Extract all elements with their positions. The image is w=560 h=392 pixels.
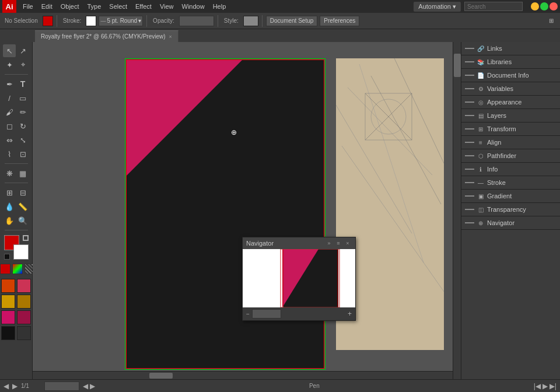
navigator-zoom-input[interactable]: 66.67% [252, 309, 281, 318]
scroll-left-btn[interactable]: ◀ [83, 382, 88, 390]
swatch-gold[interactable] [1, 295, 15, 309]
panel-gradient-header[interactable]: ▣ Gradient [461, 190, 560, 202]
menu-type[interactable]: Type [83, 2, 106, 11]
close-button[interactable] [550, 2, 558, 10]
paintbrush-tool[interactable]: 🖌 [3, 106, 16, 118]
navigator-close-btn[interactable]: × [344, 239, 352, 247]
opacity-input[interactable]: 100% [179, 16, 214, 26]
reflect-tool[interactable]: ⇔ [3, 134, 16, 146]
canvas-area[interactable]: ⊕ Navigator » ≡ × [33, 42, 461, 379]
magic-wand-tool[interactable]: ✦ [3, 58, 16, 71]
menu-help[interactable]: Help [209, 2, 230, 11]
first-frame-btn[interactable]: |◀ [534, 382, 541, 390]
menu-effect[interactable]: Effect [131, 2, 156, 11]
swatch-hot-pink[interactable] [1, 310, 15, 324]
panel-libraries-header[interactable]: 📚 Libraries [461, 55, 560, 68]
stroke-color[interactable] [86, 16, 96, 26]
info-title: Info [487, 166, 556, 173]
swatch-black[interactable] [1, 326, 15, 340]
zoom-out-icon[interactable]: − [246, 311, 250, 317]
preferences-button[interactable]: Preferences [320, 16, 359, 26]
prev-artboard-button[interactable]: ◀ [4, 382, 9, 390]
menu-window[interactable]: Window [178, 2, 209, 11]
panel-info: ℹ Info [461, 163, 560, 176]
swatch-orange[interactable] [1, 279, 15, 293]
tab-close-button[interactable]: × [169, 34, 172, 40]
menu-select[interactable]: Select [105, 2, 131, 11]
hand-tool[interactable]: ✋ [3, 214, 16, 227]
panel-pathfinder-header[interactable]: ⬡ Pathfinder [461, 149, 560, 162]
last-frame-btn[interactable]: ▶| [550, 382, 556, 390]
navigator-preview[interactable] [243, 249, 355, 307]
artboard-label: 1/1 [21, 383, 29, 389]
scale-tool[interactable]: ⤡ [16, 134, 29, 146]
scroll-thumb[interactable] [454, 54, 461, 77]
gradient-mode-btn[interactable] [12, 264, 23, 274]
panel-stroke-header[interactable]: — Stroke [461, 176, 560, 189]
navigator-expand-btn[interactable]: » [325, 239, 333, 247]
panel-navigator-right-header[interactable]: ⊕ Navigator [461, 216, 560, 229]
fill-color[interactable] [43, 16, 53, 26]
swatch-dark-gold[interactable] [17, 295, 31, 309]
swatch-dark-pink[interactable] [17, 310, 31, 324]
menu-edit[interactable]: Edit [37, 2, 57, 11]
panel-transform-header[interactable]: ⊞ Transform [461, 123, 560, 135]
pen-tool[interactable]: ✒ [3, 78, 16, 90]
swap-colors-icon[interactable] [23, 235, 29, 241]
panel-appearance-header[interactable]: ◎ Appearance [461, 96, 560, 108]
panel-variables-header[interactable]: ⚙ Variables [461, 82, 560, 95]
artboard-tool[interactable]: ⊞ [3, 186, 16, 199]
minimize-button[interactable] [531, 2, 539, 10]
panel-links-header[interactable]: 🔗 Links [461, 42, 560, 55]
menu-file[interactable]: File [19, 2, 37, 11]
direct-selection-tool[interactable]: ↗ [16, 44, 29, 57]
panel-document-info-header[interactable]: 📄 Document Info [461, 69, 560, 82]
next-artboard-button[interactable]: ▶ [12, 382, 18, 390]
document-tab[interactable]: Royalty free flyer 2* @ 66.67% (CMYK/Pre… [35, 30, 178, 42]
column-graph-tool[interactable]: ▦ [16, 167, 29, 180]
symbol-tool[interactable]: ❋ [3, 167, 16, 180]
color-mode-btn[interactable] [0, 264, 10, 274]
panel-info-header[interactable]: ℹ Info [461, 163, 560, 176]
panel-layers-header[interactable]: ▤ Layers [461, 109, 560, 122]
zoom-input[interactable]: 66.67% [44, 382, 79, 391]
measure-tool[interactable]: 📏 [16, 200, 29, 213]
rotate-tool[interactable]: ↻ [16, 120, 29, 132]
warp-tool[interactable]: ⌇ [3, 148, 16, 160]
navigator-menu-btn[interactable]: ≡ [334, 239, 342, 247]
line-tool[interactable]: / [3, 92, 16, 104]
panel-align-header[interactable]: ≡ Align [461, 136, 560, 149]
eyedropper-tool[interactable]: 💧 [3, 200, 16, 213]
vertical-scrollbar[interactable] [453, 42, 461, 379]
document-canvas[interactable] [126, 60, 324, 369]
zoom-in-icon[interactable]: + [348, 310, 352, 318]
menu-view[interactable]: View [156, 2, 178, 11]
automation-button[interactable]: Automation ▾ [414, 2, 461, 12]
lasso-tool[interactable]: ⌖ [16, 58, 29, 71]
horizontal-scrollbar[interactable] [33, 371, 453, 379]
slice-tool[interactable]: ⊟ [16, 186, 29, 199]
zoom-tool[interactable]: 🔍 [16, 214, 29, 227]
play-btn[interactable]: ▶ [542, 382, 548, 390]
swatch-pink-red[interactable] [17, 279, 31, 293]
arrange-icon[interactable]: ⊞ [545, 15, 558, 27]
swatch-dark-gray[interactable] [17, 326, 31, 340]
type-tool[interactable]: T [16, 78, 29, 90]
default-colors-icon[interactable] [4, 254, 10, 260]
menu-object[interactable]: Object [57, 2, 83, 11]
search-input[interactable] [464, 2, 523, 11]
divider3 [218, 15, 218, 27]
selection-tool[interactable]: ↖ [3, 44, 16, 57]
pencil-tool[interactable]: ✏ [16, 106, 29, 118]
maximize-button[interactable] [540, 2, 548, 10]
free-transform-tool[interactable]: ⊡ [16, 148, 29, 160]
style-preview[interactable] [243, 16, 258, 26]
scroll-right-btn[interactable]: ▶ [90, 382, 95, 390]
document-setup-button[interactable]: Document Setup [266, 16, 318, 26]
panel-transparency-header[interactable]: ◫ Transparency [461, 203, 560, 216]
h-scroll-thumb[interactable] [149, 373, 173, 379]
eraser-tool[interactable]: ◻ [3, 120, 16, 132]
shape-tool[interactable]: ▭ [16, 92, 29, 104]
stroke-dropdown[interactable]: — 5 pt. Round ▾ [99, 16, 143, 26]
background-color[interactable] [13, 244, 29, 260]
